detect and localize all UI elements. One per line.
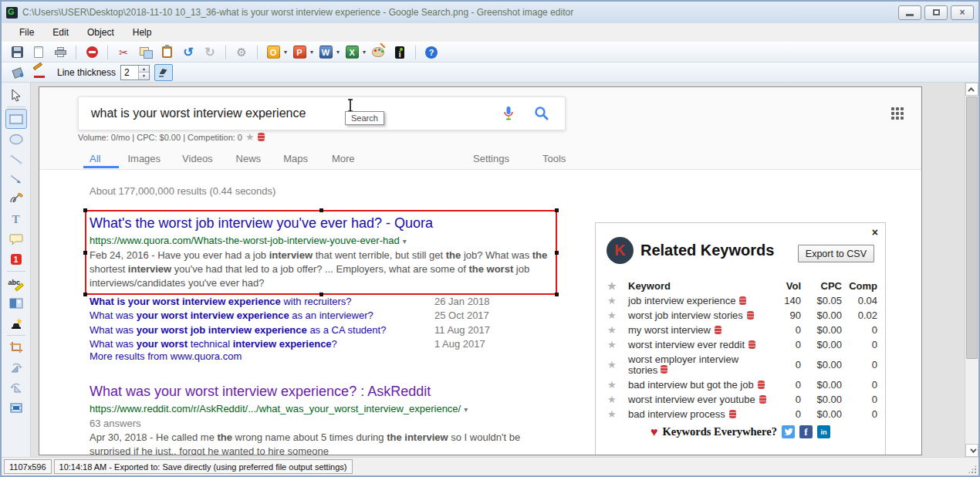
print-button[interactable] — [51, 44, 69, 61]
tool-ellipse[interactable] — [5, 129, 27, 149]
tool-selection[interactable] — [5, 85, 27, 105]
undo-button[interactable]: ↺ — [179, 44, 198, 61]
delete-button[interactable] — [83, 44, 101, 61]
keyword-text[interactable]: bad interview but got the job — [622, 379, 770, 391]
star-icon[interactable]: ★ — [603, 339, 622, 350]
resize-handle[interactable] — [83, 208, 87, 212]
shadow-toggle-button[interactable] — [154, 64, 173, 81]
help-button[interactable]: ? — [422, 44, 441, 61]
tool-obfuscate[interactable] — [5, 293, 27, 313]
tool-crop[interactable] — [5, 337, 27, 357]
tool-speech-bubble[interactable] — [5, 229, 27, 249]
result1-url[interactable]: https://www.quora.com/Whats-the-worst-jo… — [90, 235, 407, 246]
vertical-scrollbar[interactable] — [965, 83, 978, 457]
tool-effects[interactable] — [5, 313, 27, 333]
tab-settings[interactable]: Settings — [473, 153, 509, 164]
line-thickness-spinner[interactable]: 2 ▲ ▼ — [120, 65, 150, 80]
screenshot-image[interactable]: what is your worst interview experience … — [39, 86, 922, 455]
database-icon[interactable] — [661, 365, 667, 374]
star-icon[interactable]: ★ — [603, 295, 622, 306]
keyword-text[interactable]: bad interview process — [622, 408, 770, 420]
star-icon[interactable]: ★ — [603, 379, 622, 391]
result2-url[interactable]: https://www.reddit.com/r/AskReddit/.../w… — [90, 403, 468, 414]
database-icon[interactable] — [758, 381, 765, 389]
url-dropdown-caret[interactable]: ▾ — [403, 237, 407, 245]
tool-rotate-cw[interactable] — [5, 357, 27, 377]
minimize-button[interactable] — [898, 5, 921, 20]
keyword-text[interactable]: my worst interview — [622, 324, 770, 336]
tool-highlight[interactable]: abc — [5, 273, 27, 293]
sublink-link[interactable]: What was your worst interview experience… — [90, 310, 434, 321]
star-icon[interactable]: ★ — [245, 132, 255, 142]
save-button[interactable] — [8, 44, 26, 61]
upload-imgur-button[interactable]: i — [390, 44, 409, 61]
panel-close-icon[interactable]: × — [872, 226, 878, 238]
database-icon[interactable] — [739, 296, 746, 305]
tool-rotate-ccw[interactable] — [5, 377, 27, 398]
spinner-up-button[interactable]: ▲ — [139, 66, 149, 73]
result1-title[interactable]: What's the worst job interview you've ev… — [90, 215, 433, 232]
tab-videos[interactable]: Videos — [182, 153, 213, 164]
resize-handle[interactable] — [319, 208, 323, 212]
linkedin-icon[interactable]: in — [817, 425, 830, 438]
twitter-icon[interactable] — [782, 425, 795, 438]
keyword-text[interactable]: worst employer interview stories — [622, 354, 770, 376]
scrollbar-track[interactable] — [965, 96, 978, 444]
line-thickness-value[interactable]: 2 — [121, 66, 138, 80]
google-search-box[interactable]: what is your worst interview experience — [78, 96, 566, 130]
powerpoint-dropdown-caret[interactable]: ▾ — [310, 49, 313, 56]
tool-resize[interactable] — [5, 398, 27, 418]
database-icon[interactable] — [759, 395, 766, 404]
star-icon[interactable]: ★ — [603, 408, 622, 420]
more-results-link[interactable]: More results from www.quora.com — [90, 350, 242, 362]
scrollbar-thumb[interactable] — [966, 96, 978, 359]
menu-edit[interactable]: Edit — [44, 25, 77, 40]
keyword-text[interactable]: worst job interview stories — [622, 310, 770, 321]
editor-canvas[interactable]: what is your worst interview experience … — [31, 83, 965, 457]
scroll-down-button[interactable] — [965, 444, 978, 457]
tool-text[interactable]: T — [5, 209, 27, 229]
menu-file[interactable]: File — [11, 25, 42, 40]
export-outlook-button[interactable]: O — [264, 44, 282, 61]
facebook-icon[interactable]: f — [799, 425, 813, 438]
spinner-down-button[interactable]: ▼ — [139, 73, 149, 80]
tool-counter[interactable]: 1 — [5, 249, 27, 269]
cut-button[interactable]: ✂ — [114, 44, 133, 61]
resize-handle[interactable] — [83, 293, 87, 296]
outlook-dropdown-caret[interactable]: ▾ — [284, 49, 287, 56]
keyword-text[interactable]: worst interview ever youtube — [622, 394, 770, 405]
excel-dropdown-caret[interactable]: ▾ — [363, 49, 366, 56]
copy-button[interactable] — [136, 44, 154, 61]
close-button[interactable]: × — [951, 5, 974, 20]
google-apps-icon[interactable] — [891, 107, 905, 121]
open-from-clipboard-button[interactable] — [29, 44, 48, 61]
sublink-link[interactable]: What is your worst interview experience … — [90, 296, 434, 307]
resize-handle[interactable] — [83, 251, 87, 255]
export-csv-button[interactable]: Export to CSV — [798, 245, 874, 262]
resize-grip[interactable] — [968, 465, 977, 474]
menu-help[interactable]: Help — [124, 25, 161, 40]
restore-button[interactable] — [924, 5, 948, 20]
star-icon[interactable]: ★ — [603, 359, 622, 370]
tab-news[interactable]: News — [236, 153, 262, 164]
search-icon[interactable] — [534, 106, 549, 121]
keyword-text[interactable]: job interview experience — [622, 295, 770, 306]
open-in-paint-button[interactable] — [369, 44, 387, 61]
fill-color-button[interactable] — [8, 64, 26, 81]
line-color-button[interactable] — [31, 64, 49, 81]
database-icon[interactable] — [749, 340, 755, 349]
tool-rectangle[interactable] — [5, 109, 27, 129]
microphone-icon[interactable] — [503, 106, 514, 121]
resize-handle[interactable] — [555, 293, 559, 296]
export-excel-button[interactable]: X — [343, 44, 361, 61]
tab-maps[interactable]: Maps — [283, 153, 308, 164]
star-icon[interactable]: ★ — [603, 394, 622, 405]
database-icon[interactable] — [258, 133, 265, 141]
paste-button[interactable] — [157, 44, 176, 61]
resize-handle[interactable] — [555, 208, 559, 212]
menu-object[interactable]: Object — [79, 25, 123, 40]
tool-arrow[interactable] — [5, 169, 27, 189]
url-dropdown-caret[interactable]: ▾ — [464, 405, 468, 414]
sublink-link[interactable]: What was your worst technical interview … — [90, 338, 434, 350]
search-query-text[interactable]: what is your worst interview experience — [91, 107, 503, 120]
